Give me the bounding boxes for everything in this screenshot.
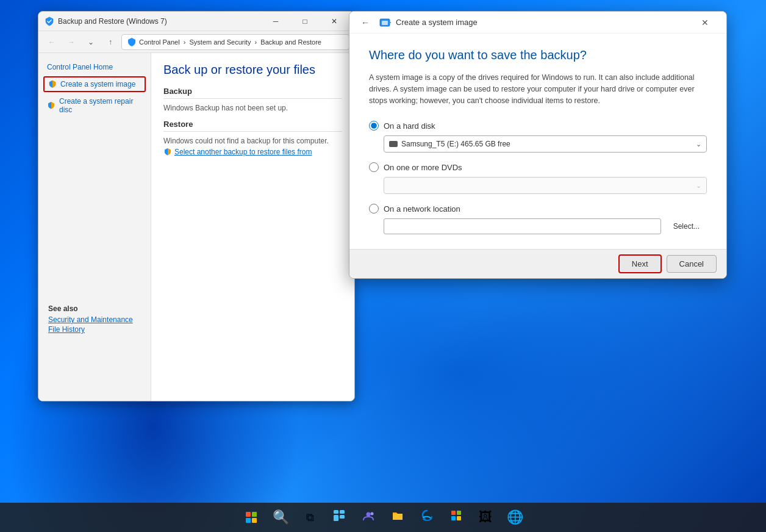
- chevron-down-icon: ⌄: [696, 140, 701, 148]
- backup-restore-window: Backup and Restore (Windows 7) ─ □ ✕ ← →…: [38, 11, 355, 401]
- backup-section-title: Backup: [163, 87, 342, 99]
- sidebar-link-label: Control Panel Home: [47, 63, 113, 71]
- network-label[interactable]: On a network location: [384, 204, 460, 214]
- svg-rect-2: [389, 22, 391, 23]
- minimize-button[interactable]: ─: [262, 12, 290, 31]
- network-taskbar-icon: 🌐: [507, 509, 523, 525]
- sidebar-repair-disc-label: Create a system repair disc: [59, 97, 142, 114]
- svg-rect-11: [451, 516, 456, 520]
- store-button[interactable]: [443, 504, 470, 531]
- restore-section-title: Restore: [163, 120, 342, 132]
- task-view-icon: ⧉: [306, 511, 314, 524]
- teams-icon: [362, 509, 375, 526]
- dialog-titlebar: ← Create a system image ✕: [349, 12, 726, 34]
- sidebar-item-create-system-image[interactable]: Create a system image: [43, 76, 146, 92]
- sidebar: Control Panel Home Create a system image: [38, 53, 151, 401]
- svg-rect-10: [457, 511, 461, 515]
- hard-disk-dropdown[interactable]: Samsung_T5 (E:) 465.65 GB free ⌄: [384, 135, 707, 153]
- address-bar: ← → ⌄ ↑ Control Panel › System and Secur…: [38, 31, 354, 53]
- dvd-label[interactable]: On one or more DVDs: [384, 163, 462, 172]
- window-body: Control Panel Home Create a system image: [38, 53, 354, 401]
- windows-start-icon: [246, 512, 257, 523]
- dialog-footer: Next Cancel: [349, 249, 726, 278]
- maximize-button[interactable]: □: [291, 12, 319, 31]
- create-system-image-dialog: ← Create a system image ✕ Where do you w…: [349, 11, 727, 279]
- svg-rect-6: [340, 515, 345, 519]
- svg-point-7: [367, 512, 371, 517]
- dvd-chevron-icon: ⌄: [696, 182, 701, 190]
- widgets-icon: [332, 509, 346, 526]
- dialog-back-button[interactable]: ←: [357, 14, 374, 31]
- restore-link[interactable]: Select another backup to restore files f…: [163, 148, 342, 156]
- edge-button[interactable]: [413, 504, 440, 531]
- back-button[interactable]: ←: [43, 34, 60, 51]
- content-area: Back up or restore your files Backup Win…: [151, 53, 354, 401]
- sidebar-item-create-repair-disc[interactable]: Create a system repair disc: [43, 95, 146, 117]
- hard-disk-label[interactable]: On a hard disk: [384, 121, 435, 131]
- dropdown-text: Samsung_T5 (E:) 465.65 GB free: [401, 140, 510, 148]
- sidebar-item-control-panel-home[interactable]: Control Panel Home: [43, 60, 146, 74]
- svg-rect-12: [457, 516, 461, 520]
- up-button[interactable]: ↑: [102, 34, 119, 51]
- search-taskbar-icon: 🔍: [273, 509, 289, 525]
- svg-rect-3: [334, 510, 338, 514]
- backup-text: Windows Backup has not been set up.: [163, 104, 342, 112]
- dvd-radio[interactable]: [369, 162, 379, 172]
- dialog-question: Where do you want to save the backup?: [369, 48, 707, 62]
- widgets-button[interactable]: [326, 504, 353, 531]
- svg-rect-4: [340, 510, 345, 514]
- dialog-body: Where do you want to save the backup? A …: [349, 34, 726, 249]
- search-taskbar-button[interactable]: 🔍: [267, 504, 294, 531]
- teams-button[interactable]: [355, 504, 382, 531]
- start-button[interactable]: [238, 504, 265, 531]
- hard-disk-dropdown-container: Samsung_T5 (E:) 465.65 GB free ⌄: [384, 135, 707, 153]
- task-view-button[interactable]: ⧉: [296, 504, 323, 531]
- file-explorer-icon: [391, 509, 404, 526]
- cancel-button[interactable]: Cancel: [667, 255, 717, 273]
- dialog-description: A system image is a copy of the drives r…: [369, 72, 707, 106]
- address-path-text: Control Panel › System and Security › Ba…: [139, 38, 321, 46]
- photos-icon: 🖼: [479, 509, 492, 525]
- taskbar: 🔍 ⧉: [0, 503, 766, 532]
- dvd-dropdown: ⌄: [384, 177, 707, 194]
- see-also-section: See also Security and Maintenance File H…: [43, 300, 138, 340]
- svg-point-8: [371, 512, 374, 516]
- dialog-close-button[interactable]: ✕: [691, 13, 719, 32]
- security-maintenance-link[interactable]: Security and Maintenance: [48, 315, 133, 324]
- recent-button[interactable]: ⌄: [82, 34, 99, 51]
- window-app-icon: [45, 16, 54, 26]
- hard-disk-option: On a hard disk: [369, 121, 707, 131]
- next-button[interactable]: Next: [618, 254, 662, 273]
- svg-rect-5: [334, 515, 338, 521]
- network-radio[interactable]: [369, 204, 379, 214]
- svg-rect-1: [382, 21, 388, 25]
- svg-rect-9: [451, 511, 456, 515]
- store-icon: [449, 509, 463, 526]
- network-icon-button[interactable]: 🌐: [501, 504, 528, 531]
- dialog-title-icon: [379, 16, 391, 29]
- address-path[interactable]: Control Panel › System and Security › Ba…: [121, 34, 349, 50]
- main-window-title: Backup and Restore (Windows 7): [58, 17, 262, 26]
- forward-button[interactable]: →: [63, 34, 80, 51]
- restore-text: Windows could not find a backup for this…: [163, 137, 342, 145]
- shield-icon: [48, 80, 57, 88]
- network-input-row: Select...: [384, 218, 707, 234]
- file-history-link[interactable]: File History: [48, 325, 133, 334]
- main-close-button[interactable]: ✕: [320, 12, 348, 31]
- file-explorer-button[interactable]: [384, 504, 411, 531]
- repair-disc-icon: [47, 101, 55, 110]
- path-icon: [127, 37, 137, 47]
- sidebar-create-system-image-label: Create a system image: [60, 80, 135, 88]
- main-window-titlebar: Backup and Restore (Windows 7) ─ □ ✕: [38, 12, 354, 31]
- window-controls: ─ □ ✕: [262, 12, 348, 31]
- edge-icon: [420, 509, 434, 526]
- network-path-input[interactable]: [384, 218, 661, 234]
- select-button[interactable]: Select...: [666, 220, 707, 233]
- dialog-title-text: Create a system image: [396, 18, 691, 27]
- content-title: Back up or restore your files: [163, 63, 342, 77]
- photos-button[interactable]: 🖼: [472, 504, 499, 531]
- dropdown-value: Samsung_T5 (E:) 465.65 GB free: [389, 140, 510, 148]
- dvd-option: On one or more DVDs: [369, 162, 707, 172]
- hard-disk-radio[interactable]: [369, 121, 379, 131]
- see-also-label: See also: [48, 304, 133, 313]
